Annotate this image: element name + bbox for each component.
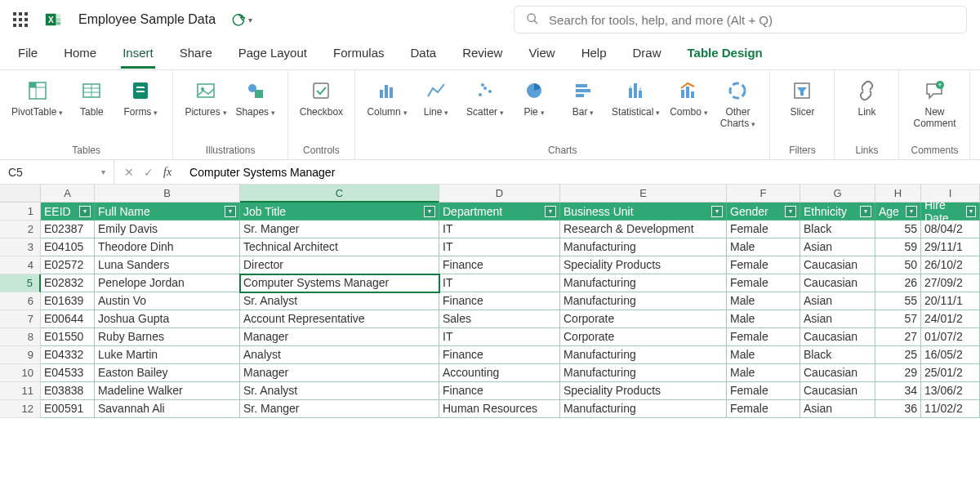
cell[interactable]: 20/11/1 <box>921 292 980 310</box>
menu-view[interactable]: View <box>527 42 556 66</box>
cell[interactable]: Manager <box>240 364 439 382</box>
cell[interactable]: 24/01/2 <box>921 310 980 328</box>
cell[interactable]: Male <box>727 238 800 256</box>
cell[interactable]: Sr. Manger <box>240 400 439 418</box>
table-header-gender[interactable]: Gender▾ <box>727 203 800 220</box>
cell[interactable]: Caucasian <box>800 274 875 292</box>
cell[interactable]: Black <box>800 346 875 364</box>
ribbon-checkbox-button[interactable]: Checkbox <box>300 75 343 118</box>
cell[interactable]: 29/11/1 <box>921 238 980 256</box>
filter-dropdown-icon[interactable]: ▾ <box>545 206 556 217</box>
cell[interactable]: Manufacturing <box>560 292 727 310</box>
cell[interactable]: Sr. Analyst <box>240 292 439 310</box>
cell[interactable]: Female <box>727 256 800 274</box>
search-input[interactable] <box>549 13 955 27</box>
menu-share[interactable]: Share <box>178 42 214 66</box>
cell[interactable]: Finance <box>439 292 560 310</box>
table-header-business-unit[interactable]: Business Unit▾ <box>560 203 727 220</box>
formula-input[interactable] <box>181 166 980 179</box>
cell[interactable]: Madeline Walker <box>95 382 240 400</box>
table-header-eeid[interactable]: EEID▾ <box>41 203 95 220</box>
cell[interactable]: 57 <box>875 310 921 328</box>
cell[interactable]: Technical Architect <box>240 238 439 256</box>
ribbon-combo-button[interactable]: Combo <box>668 75 709 130</box>
cell[interactable]: 50 <box>875 256 921 274</box>
col-header-A[interactable]: A <box>41 185 95 203</box>
filter-dropdown-icon[interactable]: ▾ <box>966 206 976 217</box>
cell[interactable]: Male <box>727 346 800 364</box>
cell[interactable]: Female <box>727 274 800 292</box>
cell[interactable]: Male <box>727 292 800 310</box>
cell[interactable]: E02832 <box>41 274 95 292</box>
ribbon-forms-button[interactable]: Forms <box>120 75 161 118</box>
cell[interactable]: 25/01/2 <box>921 364 980 382</box>
cell[interactable]: E02387 <box>41 220 95 238</box>
row-header-12[interactable]: 12 <box>0 400 41 418</box>
cell[interactable]: Sr. Analyst <box>240 382 439 400</box>
table-header-hire-date[interactable]: Hire Date▾ <box>921 203 980 220</box>
filter-dropdown-icon[interactable]: ▾ <box>906 206 917 217</box>
row-header-4[interactable]: 4 <box>0 256 41 274</box>
menu-page-layout[interactable]: Page Layout <box>237 42 309 66</box>
cell[interactable]: IT <box>439 328 560 346</box>
cell[interactable]: 27 <box>875 328 921 346</box>
cell[interactable]: Finance <box>439 256 560 274</box>
cell[interactable]: 16/05/2 <box>921 346 980 364</box>
sync-status-icon[interactable]: ▾ <box>232 13 252 26</box>
row-header-3[interactable]: 3 <box>0 238 41 256</box>
fx-icon[interactable]: fx <box>163 166 172 179</box>
cell[interactable]: Austin Vo <box>95 292 240 310</box>
table-header-age[interactable]: Age▾ <box>875 203 921 220</box>
ribbon-other-charts-button[interactable]: Other Charts <box>717 75 758 130</box>
cell[interactable]: E00591 <box>41 400 95 418</box>
filter-dropdown-icon[interactable]: ▾ <box>711 206 723 217</box>
menu-data[interactable]: Data <box>409 42 439 66</box>
row-header-6[interactable]: 6 <box>0 292 41 310</box>
cell[interactable]: 55 <box>875 292 921 310</box>
cell[interactable]: IT <box>439 220 560 238</box>
cell[interactable]: Caucasian <box>800 256 875 274</box>
row-header-10[interactable]: 10 <box>0 364 41 382</box>
cell[interactable]: Theodore Dinh <box>95 238 240 256</box>
cell[interactable]: Luna Sanders <box>95 256 240 274</box>
ribbon-pictures-button[interactable]: Pictures <box>185 75 226 118</box>
select-all-cell[interactable] <box>0 185 41 203</box>
row-header-8[interactable]: 8 <box>0 328 41 346</box>
menu-draw[interactable]: Draw <box>630 42 662 66</box>
cell[interactable]: Director <box>240 256 439 274</box>
cell[interactable]: 34 <box>875 382 921 400</box>
cell[interactable]: Human Resources <box>439 400 560 418</box>
cell[interactable]: 01/07/2 <box>921 328 980 346</box>
filter-dropdown-icon[interactable]: ▾ <box>225 206 236 217</box>
col-header-G[interactable]: G <box>800 185 875 203</box>
cell[interactable]: Manufacturing <box>560 364 727 382</box>
app-launcher-icon[interactable] <box>13 12 28 27</box>
cell[interactable]: Easton Bailey <box>95 364 240 382</box>
row-header-2[interactable]: 2 <box>0 220 41 238</box>
menu-insert[interactable]: Insert <box>121 42 155 69</box>
menu-formulas[interactable]: Formulas <box>332 42 386 66</box>
cell[interactable]: Male <box>727 310 800 328</box>
cell[interactable]: E03838 <box>41 382 95 400</box>
cell[interactable]: Female <box>727 220 800 238</box>
cell[interactable]: 11/02/2 <box>921 400 980 418</box>
cell[interactable]: Emily Davis <box>95 220 240 238</box>
cell[interactable]: Sr. Manger <box>240 220 439 238</box>
cell[interactable]: Caucasian <box>800 328 875 346</box>
menu-help[interactable]: Help <box>580 42 608 66</box>
cell[interactable]: 08/04/2 <box>921 220 980 238</box>
cell[interactable]: Research & Development <box>560 220 727 238</box>
cell[interactable]: Accounting <box>439 364 560 382</box>
ribbon-link-button[interactable]: Link <box>846 75 887 118</box>
ribbon-table-button[interactable]: Table <box>71 75 112 118</box>
table-header-department[interactable]: Department▾ <box>439 203 560 220</box>
cell[interactable]: E02572 <box>41 256 95 274</box>
cell[interactable]: E00644 <box>41 310 95 328</box>
cell[interactable]: IT <box>439 238 560 256</box>
cell[interactable]: 29 <box>875 364 921 382</box>
cell[interactable]: Luke Martin <box>95 346 240 364</box>
cell[interactable]: Caucasian <box>800 364 875 382</box>
col-header-B[interactable]: B <box>95 185 240 203</box>
col-header-H[interactable]: H <box>875 185 921 203</box>
ribbon-pie-button[interactable]: Pie <box>514 75 555 130</box>
